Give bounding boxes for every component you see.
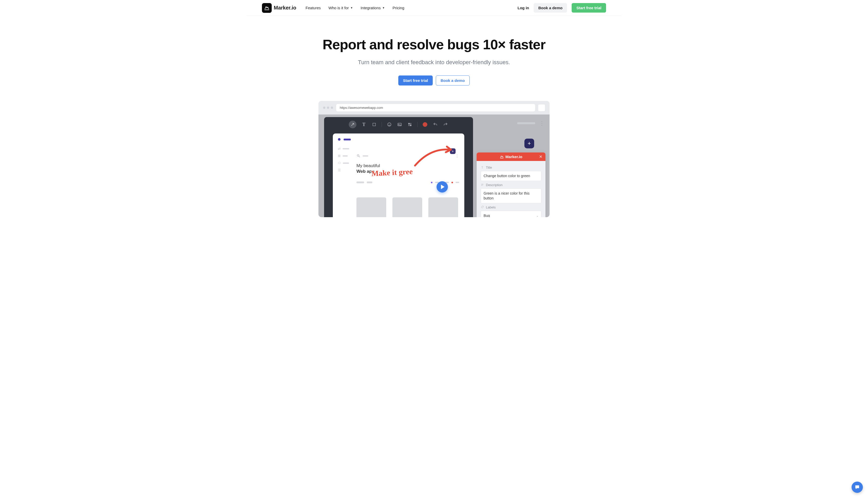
- start-trial-button[interactable]: Start free trial: [572, 3, 606, 13]
- svg-point-3: [390, 124, 390, 124]
- annotation-arrow-icon: [412, 145, 456, 168]
- color-picker-icon[interactable]: [422, 122, 428, 127]
- chevron-down-icon: ⌄: [536, 214, 539, 217]
- svg-point-1: [388, 123, 391, 126]
- svg-rect-8: [408, 125, 410, 126]
- nav-links: Features Who is it for▼ Integrations▼ Pr…: [306, 6, 404, 10]
- play-video-button[interactable]: [437, 181, 448, 193]
- blur-tool-icon[interactable]: [407, 122, 413, 127]
- emoji-tool-icon[interactable]: [387, 122, 392, 127]
- kebab-menu-icon: ⋮: [539, 120, 544, 126]
- sidebar-nav-item: ⚇: [338, 161, 353, 165]
- close-icon[interactable]: ✕: [539, 154, 542, 159]
- hero: Report and resolve bugs 10× faster Turn …: [293, 37, 575, 86]
- book-demo-button[interactable]: Book a demo: [534, 3, 567, 13]
- nav-who-is-it-for[interactable]: Who is it for▼: [328, 6, 353, 10]
- hero-headline: Report and resolve bugs 10× faster: [298, 37, 570, 52]
- content-thumbnail: [357, 197, 386, 217]
- nav-features[interactable]: Features: [306, 6, 321, 10]
- title-input[interactable]: Change button color to green: [481, 171, 541, 181]
- traffic-lights-icon: [323, 106, 333, 109]
- svg-rect-0: [373, 123, 376, 126]
- sidebar-nav-item: ☰: [338, 168, 353, 172]
- url-bar: https://awesomewebapp.com: [336, 104, 535, 112]
- description-field-label: Description: [481, 183, 541, 187]
- content-thumbnail: [392, 197, 422, 217]
- hero-book-demo-button[interactable]: Book a demo: [436, 76, 470, 86]
- logo-mark-icon: [262, 3, 272, 13]
- feedback-fab-button[interactable]: +: [524, 139, 534, 148]
- editor-canvas: ⇄ ⊞ ⚇ ☰ 🔍︎⋮ My beautiful Web app: [333, 133, 464, 217]
- arrow-tool-icon[interactable]: [349, 121, 357, 128]
- rectangle-tool-icon[interactable]: [371, 122, 377, 127]
- svg-rect-9: [410, 125, 411, 126]
- chevron-down-icon: ▼: [350, 6, 353, 9]
- undo-icon[interactable]: [432, 122, 438, 127]
- svg-rect-7: [410, 123, 411, 124]
- text-tool-icon[interactable]: T: [361, 122, 367, 127]
- hero-start-trial-button[interactable]: Start free trial: [398, 76, 433, 86]
- sidebar-nav-item: ⊞: [338, 154, 353, 158]
- redo-icon[interactable]: [443, 122, 449, 127]
- product-screenshot: https://awesomewebapp.com ⋮ T: [319, 101, 549, 217]
- svg-point-2: [389, 124, 389, 124]
- navbar: Marker.io Features Who is it for▼ Integr…: [247, 0, 621, 16]
- widget-header: Marker.io ✕: [477, 153, 545, 161]
- feedback-widget: Marker.io ✕ Title Change button color to…: [477, 153, 545, 217]
- widget-brand: Marker.io: [505, 155, 522, 159]
- annotation-editor: T ⇄ ⊞ ⚇ ☰: [324, 117, 473, 217]
- page-menu-placeholder: ⋮: [517, 120, 544, 126]
- editor-toolbar: T: [324, 117, 473, 132]
- labels-select[interactable]: Bug ⌄: [481, 211, 541, 217]
- description-input[interactable]: Green is a nicer color for this button: [481, 188, 541, 203]
- sidebar-nav-item: ⇄: [338, 147, 353, 150]
- brand-logo[interactable]: Marker.io: [262, 3, 296, 13]
- nav-integrations[interactable]: Integrations▼: [361, 6, 385, 10]
- brand-name: Marker.io: [274, 5, 296, 11]
- login-link[interactable]: Log in: [517, 6, 529, 10]
- svg-rect-6: [408, 123, 410, 124]
- nav-pricing[interactable]: Pricing: [392, 6, 404, 10]
- labels-field-label: Labels: [481, 205, 541, 209]
- hero-subtitle: Turn team and client feedback into devel…: [298, 59, 570, 66]
- image-tool-icon[interactable]: [397, 122, 402, 127]
- chevron-down-icon: ▼: [383, 6, 385, 9]
- browser-extension-icon: [538, 104, 545, 111]
- content-thumbnail: [428, 197, 458, 217]
- browser-chrome: https://awesomewebapp.com: [319, 101, 549, 115]
- title-field-label: Title: [481, 166, 541, 169]
